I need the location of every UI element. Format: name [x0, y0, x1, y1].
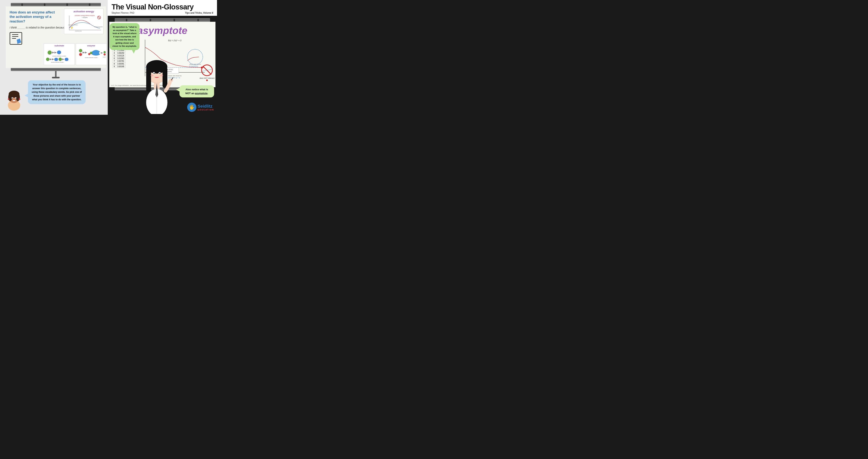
projector-top-bar — [11, 3, 101, 6]
svg-text:enzyme-substrate complex: enzyme-substrate complex — [85, 57, 97, 58]
right-projector-top-bar — [115, 18, 210, 22]
svg-point-41 — [12, 98, 13, 98]
pencil-icon — [16, 38, 21, 44]
svg-point-77 — [160, 75, 163, 77]
clip-4 — [89, 3, 90, 6]
clip-2 — [44, 3, 45, 6]
table-cell: 5 — [112, 55, 116, 57]
seidlitz-name: Seidlitz — [197, 104, 214, 109]
substrate-diagram: enzyme-substrate complex enzyme-substrat… — [45, 47, 74, 63]
svg-point-76 — [150, 75, 154, 77]
svg-point-31 — [104, 51, 105, 53]
right-header: The Visual Non-Glossary Stephen Fleenor,… — [108, 0, 217, 16]
clip-3 — [66, 3, 68, 6]
svg-marker-12 — [55, 52, 57, 54]
svg-text:enzyme-substrate complex: enzyme-substrate complex — [52, 55, 66, 57]
also-text-3: . — [208, 92, 208, 95]
svg-point-32 — [104, 54, 105, 55]
bottom-diagrams: substrate enzyme-substrate complex — [44, 43, 104, 65]
substrate-box: substrate enzyme-substrate complex — [44, 43, 75, 65]
avatar-left — [3, 86, 25, 112]
svg-rect-13 — [57, 51, 61, 54]
svg-text:reaction time: reaction time — [75, 30, 82, 32]
svg-rect-21 — [65, 58, 68, 61]
write-icon — [10, 32, 22, 45]
right-clip-3 — [174, 19, 175, 21]
svg-marker-17 — [52, 58, 54, 60]
svg-text:product: product — [103, 56, 105, 58]
svg-rect-43 — [13, 100, 16, 101]
no-sign — [201, 64, 213, 76]
svg-marker-26 — [85, 52, 87, 54]
svg-text:energy of reactant: energy of reactant — [68, 24, 78, 25]
svg-rect-18 — [55, 58, 58, 61]
svg-text:activation energy without enzy: activation energy without enzyme — [75, 15, 95, 17]
also-speech-bubble: Also notice what is NOT an asymptote. — [180, 85, 214, 97]
svg-point-27 — [90, 52, 92, 54]
question-text: How does an enzyme affect the activation… — [10, 10, 60, 24]
activation-energy-box: activation energy activation energy with… — [64, 9, 103, 34]
table-cell: 8 — [112, 63, 116, 65]
substrate-title: substrate — [45, 45, 74, 47]
enzyme-title: enzyme — [77, 45, 105, 47]
svg-marker-20 — [62, 58, 64, 60]
right-clip-4 — [197, 19, 199, 21]
table-cell: 3.01563 — [116, 57, 125, 60]
svg-point-74 — [154, 73, 155, 74]
svg-marker-11 — [52, 52, 55, 54]
svg-point-42 — [16, 98, 17, 98]
speech-bubble-text: Your objective by the end of the lesson … — [31, 83, 82, 102]
svg-point-37 — [8, 93, 12, 101]
main-bubble-tail — [132, 50, 135, 54]
table-cell: 9 — [112, 65, 116, 68]
main-speech-bubble: My question is, "what is an asymptote?" … — [110, 23, 140, 50]
svg-text:+ enzyme: + enzyme — [82, 17, 88, 18]
svg-text:energy of product: energy of product — [94, 26, 102, 27]
no-intersect-label: does NOT intersect — [200, 77, 215, 79]
projector-base — [52, 77, 60, 78]
table-cell: 6 — [112, 57, 116, 60]
svg-point-15 — [46, 58, 49, 61]
left-screen-content: How does an enzyme affect the activation… — [6, 6, 106, 68]
svg-point-45 — [19, 98, 20, 100]
enzyme-box: enzyme enzyme-substrate complex — [75, 43, 107, 65]
red-dot-right — [206, 80, 208, 81]
also-bubble-tail — [176, 88, 180, 92]
svg-marker-16 — [50, 58, 52, 60]
left-speech-bubble: Your objective by the end of the lesson … — [28, 80, 86, 104]
teacher-avatar — [137, 41, 176, 114]
svg-point-19 — [59, 58, 62, 61]
seidlitz-education: EDUCATION — [197, 109, 214, 111]
svg-point-28 — [88, 53, 90, 55]
avatar-svg — [3, 86, 25, 111]
svg-text:⚡: ⚡ — [70, 26, 74, 29]
activation-diagram: activation energy without enzyme + enzym… — [65, 14, 102, 32]
svg-point-23 — [79, 49, 82, 52]
table-cell: 3.06250 — [116, 52, 125, 55]
svg-line-9 — [98, 17, 100, 19]
clip-1 — [21, 3, 23, 6]
svg-point-38 — [16, 93, 20, 101]
svg-point-44 — [8, 98, 9, 100]
vng-author: Stephen Fleenor, PhD — [112, 11, 134, 14]
seidlitz-logo: 🖐 Seidlitz EDUCATION — [187, 103, 214, 112]
right-clip-2 — [150, 19, 151, 21]
left-panel: How does an enzyme affect the activation… — [0, 0, 108, 115]
vng-volume: Tips and Tricks, Volume 8 — [185, 11, 213, 14]
svg-point-75 — [159, 73, 160, 74]
seidlitz-hand-icon: 🖐 — [187, 103, 196, 112]
main-speech-text: My question is, "what is an asymptote?" … — [112, 25, 137, 48]
right-clip-1 — [126, 19, 127, 21]
svg-text:enzyme-substrate complex: enzyme-substrate complex — [51, 62, 64, 63]
svg-marker-30 — [101, 52, 103, 54]
table-cell: 7 — [112, 60, 116, 63]
svg-rect-71 — [162, 67, 167, 88]
table-cell: 3.00781 — [116, 60, 125, 63]
right-panel: The Visual Non-Glossary Stephen Fleenor,… — [108, 0, 217, 115]
table-cell: 4 — [112, 52, 116, 55]
svg-point-10 — [48, 51, 52, 55]
svg-marker-25 — [83, 52, 85, 54]
no-intersect: does NOT intersect — [200, 64, 215, 81]
also-text-2: asymptote — [195, 92, 208, 95]
svg-rect-70 — [146, 67, 151, 92]
